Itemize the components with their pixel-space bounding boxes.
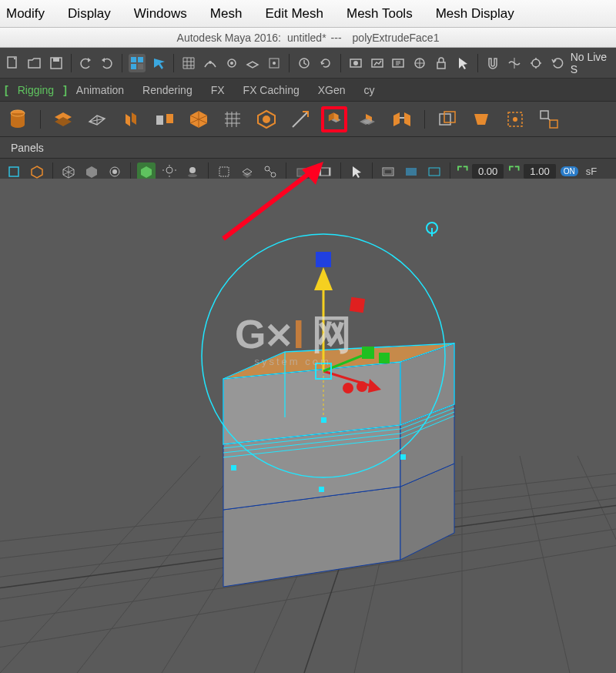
menu-mesh-tools[interactable]: Mesh Tools xyxy=(346,6,413,22)
lock-icon[interactable] xyxy=(433,54,450,72)
menu-display[interactable]: Display xyxy=(68,6,111,22)
separator xyxy=(173,54,174,72)
vp-lights-icon[interactable] xyxy=(137,162,156,181)
select-all-icon[interactable] xyxy=(150,54,167,72)
title-sep: --- xyxy=(331,32,342,44)
vp-textured-icon[interactable] xyxy=(105,162,124,181)
sym-y-icon[interactable] xyxy=(527,54,544,72)
svg-rect-40 xyxy=(297,169,306,176)
shelf-tab-rendering[interactable]: Rendering xyxy=(133,81,202,99)
cursor-icon[interactable] xyxy=(454,54,471,72)
shelf-grid-icon[interactable] xyxy=(219,106,246,132)
shelf-tab-fx[interactable]: FX xyxy=(202,81,234,99)
history-icon[interactable] xyxy=(317,54,334,72)
new-scene-icon[interactable] xyxy=(5,54,22,72)
menu-edit-mesh[interactable]: Edit Mesh xyxy=(265,6,323,22)
separator xyxy=(289,54,290,72)
shelf-fill-icon[interactable] xyxy=(468,106,494,132)
vp-pointer-icon[interactable] xyxy=(347,162,366,181)
shelf-extrude-icon[interactable] xyxy=(321,106,347,132)
svg-point-36 xyxy=(189,167,196,173)
gamma-value[interactable]: 1.00 xyxy=(524,164,555,179)
shelf-plane-icon[interactable] xyxy=(84,106,110,132)
vp-on-badge[interactable]: ON xyxy=(561,166,578,176)
svg-point-11 xyxy=(273,62,276,65)
svg-rect-18 xyxy=(437,62,445,69)
separator xyxy=(372,162,373,181)
shelf-separate-icon[interactable] xyxy=(152,106,178,132)
menu-mesh[interactable]: Mesh xyxy=(210,6,243,22)
magnet-icon[interactable] xyxy=(484,54,501,72)
vp-light-icon[interactable] xyxy=(160,162,179,181)
no-live-surface-label[interactable]: No Live S xyxy=(571,51,613,75)
redo-icon[interactable] xyxy=(99,54,116,72)
bracket-icon: ⌜⌝ xyxy=(508,164,521,179)
open-scene-icon[interactable] xyxy=(26,54,43,72)
command-name: polyExtrudeFace1 xyxy=(353,32,440,44)
scene-svg xyxy=(0,179,616,673)
exposure-control[interactable]: ⌜⌝ 0.00 xyxy=(457,164,504,179)
shelf-cylinder-icon[interactable] xyxy=(5,106,31,132)
select-mode-icon[interactable] xyxy=(129,54,146,72)
snap-point-icon[interactable] xyxy=(223,54,240,72)
shelf-subdiv-icon[interactable] xyxy=(253,106,280,132)
sym-x-icon[interactable] xyxy=(506,54,523,72)
panels-menu-bar: Panels xyxy=(0,137,616,159)
exposure-value[interactable]: 0.00 xyxy=(472,164,504,179)
shelf-bevel-icon[interactable] xyxy=(355,106,381,132)
vp-shadow-icon[interactable] xyxy=(183,162,202,181)
shelf-tab-animation[interactable]: Animation xyxy=(67,81,133,99)
shelf-tab-xgen[interactable]: XGen xyxy=(309,81,355,99)
undo-icon[interactable] xyxy=(78,54,95,72)
snap-plane-icon[interactable] xyxy=(244,54,261,72)
vp-select-icon[interactable] xyxy=(5,162,23,181)
bracket-icon: ⌜⌝ xyxy=(457,164,469,179)
save-scene-icon[interactable] xyxy=(48,54,65,72)
shelf-collapse-icon[interactable] xyxy=(502,106,528,132)
shelf-smooth-icon[interactable] xyxy=(186,106,212,132)
gamma-control[interactable]: ⌜⌝ 1.00 xyxy=(508,164,555,179)
vp-safe-icon[interactable] xyxy=(425,162,444,181)
svg-rect-45 xyxy=(384,169,392,174)
menu-windows[interactable]: Windows xyxy=(134,6,187,22)
render-settings-icon[interactable] xyxy=(390,54,407,72)
refresh-icon[interactable] xyxy=(549,54,566,72)
ipr-icon[interactable] xyxy=(369,54,386,72)
snap-grid-icon[interactable] xyxy=(180,54,197,72)
shelf-tab-fxcaching[interactable]: FX Caching xyxy=(234,81,309,99)
viewport-pull-handle[interactable] xyxy=(424,221,440,241)
vp-xray-icon[interactable] xyxy=(238,162,256,181)
shelf-layers-icon[interactable] xyxy=(50,106,76,132)
main-toolbar: No Live S xyxy=(0,48,616,79)
svg-rect-31 xyxy=(9,167,18,176)
vp-camera-icon[interactable] xyxy=(28,162,46,181)
vp-res-icon[interactable] xyxy=(402,162,420,181)
snap-view-icon[interactable] xyxy=(266,54,283,72)
snap-toggle-icon[interactable] xyxy=(296,54,313,72)
snap-curve-icon[interactable] xyxy=(202,54,219,72)
panels-label[interactable]: Panels xyxy=(11,142,44,154)
menu-modify[interactable]: Modify xyxy=(6,6,45,22)
shelf-combine-icon[interactable] xyxy=(118,106,144,132)
vp-tail-label: sF xyxy=(586,166,597,177)
vp-gate-icon[interactable] xyxy=(379,162,397,181)
vp-shaded-icon[interactable] xyxy=(82,162,101,181)
shelf-bridge-icon[interactable] xyxy=(389,106,415,132)
shelf-edge-icon[interactable] xyxy=(287,106,313,132)
menu-mesh-display[interactable]: Mesh Display xyxy=(436,6,514,22)
doc-title: untitled* xyxy=(287,32,326,44)
shelf-tab-cy[interactable]: cy xyxy=(355,81,384,99)
separator xyxy=(340,162,341,181)
shelf-append-icon[interactable] xyxy=(434,106,460,132)
vp-isolate-icon[interactable] xyxy=(215,162,233,181)
shelf-connect-icon[interactable] xyxy=(536,106,562,132)
render-icon[interactable] xyxy=(347,54,364,72)
vp-film-icon[interactable] xyxy=(316,162,334,181)
vp-wireframe-icon[interactable] xyxy=(59,162,78,181)
viewport-3d[interactable] xyxy=(0,179,616,673)
render-globals-icon[interactable] xyxy=(411,54,428,72)
vp-grid-icon[interactable] xyxy=(293,162,311,181)
shelf-tab-rigging[interactable]: Rigging xyxy=(8,81,63,99)
vp-joint-icon[interactable] xyxy=(261,162,280,181)
separator xyxy=(286,162,286,181)
